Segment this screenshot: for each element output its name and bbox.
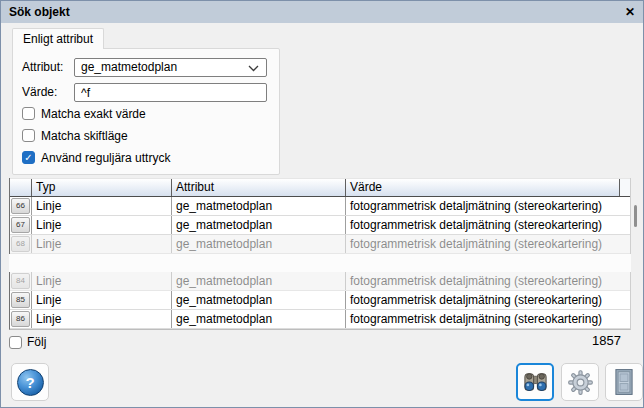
tab-enligt-attribut[interactable]: Enligt attribut [12, 28, 104, 49]
table-row[interactable]: 67 Linje ge_matmetodplan fotogrammetrisk… [10, 216, 630, 235]
cell-attribut: ge_matmetodplan [171, 272, 345, 290]
help-glyph: ? [25, 374, 34, 391]
checkbox-exact-match[interactable]: ✓ [22, 107, 35, 120]
row-number-cell: 68 [10, 235, 31, 253]
row-number-button[interactable]: 68 [11, 236, 30, 252]
settings-button[interactable] [561, 363, 599, 401]
cell-attribut: ge_matmetodplan [171, 197, 345, 215]
cell-varde: fotogrammetrisk detaljmätning (stereokar… [345, 291, 630, 309]
varde-input[interactable] [74, 83, 267, 102]
cell-varde: fotogrammetrisk detaljmätning (stereokar… [345, 272, 630, 290]
follow-label: Följ [27, 335, 46, 349]
cell-attribut: ge_matmetodplan [171, 235, 345, 253]
table-repaint-gap [9, 254, 631, 272]
attribut-label: Attribut: [22, 58, 63, 77]
help-icon: ? [17, 369, 44, 396]
column-header-filler [619, 179, 630, 196]
table-row[interactable]: 84 Linje ge_matmetodplan fotogrammetrisk… [10, 272, 630, 291]
cell-varde: fotogrammetrisk detaljmätning (stereokar… [345, 216, 630, 234]
checkbox-label: Använd reguljära uttryck [41, 151, 170, 165]
gear-icon [567, 369, 594, 396]
table-row[interactable]: 85 Linje ge_matmetodplan fotogrammetrisk… [10, 291, 630, 310]
follow-checkbox-row[interactable]: ✓ Följ [9, 335, 46, 349]
table-row[interactable]: 66 Linje ge_matmetodplan fotogrammetrisk… [10, 197, 630, 216]
attribute-search-panel: Attribut: ge_matmetodplan Värde: ✓ Match… [12, 48, 280, 175]
column-header-varde[interactable]: Värde [345, 179, 619, 196]
tab-label: Enligt attribut [23, 32, 93, 46]
close-icon[interactable]: ✕ [625, 1, 635, 23]
cell-attribut: ge_matmetodplan [171, 291, 345, 309]
row-number-cell: 67 [10, 216, 31, 234]
row-number-cell: 84 [10, 272, 31, 290]
vertical-scrollbar-thumb[interactable] [634, 205, 637, 227]
checkbox-row-case-sensitive[interactable]: ✓ Matcha skiftläge [22, 128, 128, 143]
table-row[interactable]: 68 Linje ge_matmetodplan fotogrammetrisk… [10, 235, 630, 254]
cell-typ: Linje [31, 216, 171, 234]
result-count: 1857 [592, 333, 621, 348]
row-number-cell: 66 [10, 197, 31, 215]
search-button[interactable] [516, 363, 554, 401]
exit-button[interactable] [605, 363, 643, 401]
binoculars-icon [522, 369, 549, 396]
checkbox-case-sensitive[interactable]: ✓ [22, 129, 35, 142]
row-number-button[interactable]: 85 [11, 292, 30, 308]
cell-attribut: ge_matmetodplan [171, 216, 345, 234]
cell-typ: Linje [31, 291, 171, 309]
cell-varde: fotogrammetrisk detaljmätning (stereokar… [345, 310, 630, 328]
cell-varde: fotogrammetrisk detaljmätning (stereokar… [345, 197, 630, 215]
attribut-dropdown[interactable]: ge_matmetodplan [74, 58, 267, 77]
cell-typ: Linje [31, 197, 171, 215]
row-number-cell: 85 [10, 291, 31, 309]
cell-attribut: ge_matmetodplan [171, 310, 345, 328]
cell-typ: Linje [31, 310, 171, 328]
row-number-header [10, 179, 31, 196]
row-number-button[interactable]: 84 [11, 273, 30, 289]
table-fragment-upper: Typ Attribut Värde 66 Linje ge_matmetodp… [9, 178, 631, 254]
door-icon [611, 368, 637, 396]
table-fragment-lower: 84 Linje ge_matmetodplan fotogrammetrisk… [9, 272, 631, 330]
column-header-typ[interactable]: Typ [31, 179, 171, 196]
titlebar[interactable]: Sök objekt ✕ [1, 1, 643, 23]
dialog-title: Sök objekt [9, 5, 70, 19]
search-object-dialog: Sök objekt ✕ Enligt attribut Attribut: g… [0, 0, 644, 408]
varde-label: Värde: [22, 83, 57, 102]
cell-typ: Linje [31, 272, 171, 290]
help-button[interactable]: ? [11, 363, 49, 401]
checkbox-follow[interactable]: ✓ [9, 336, 22, 349]
results-table: Typ Attribut Värde 66 Linje ge_matmetodp… [9, 178, 631, 330]
checkbox-row-exact-match[interactable]: ✓ Matcha exakt värde [22, 106, 146, 121]
table-row[interactable]: 86 Linje ge_matmetodplan fotogrammetrisk… [10, 310, 630, 329]
attribut-dropdown-value: ge_matmetodplan [81, 60, 177, 74]
column-header-attribut[interactable]: Attribut [171, 179, 345, 196]
checkbox-label: Matcha skiftläge [41, 129, 128, 143]
checkbox-label: Matcha exakt värde [41, 107, 146, 121]
chevron-down-icon [248, 65, 259, 72]
row-number-button[interactable]: 86 [11, 311, 30, 327]
row-number-cell: 86 [10, 310, 31, 328]
cell-varde: fotogrammetrisk detaljmätning (stereokar… [345, 235, 630, 253]
cell-typ: Linje [31, 235, 171, 253]
row-number-button[interactable]: 67 [11, 217, 30, 233]
table-header-row: Typ Attribut Värde [10, 178, 630, 197]
checkbox-regex[interactable]: ✓ [22, 151, 35, 164]
row-number-button[interactable]: 66 [11, 198, 30, 214]
checkbox-row-regex[interactable]: ✓ Använd reguljära uttryck [22, 150, 170, 165]
checkmark-icon: ✓ [23, 152, 34, 164]
